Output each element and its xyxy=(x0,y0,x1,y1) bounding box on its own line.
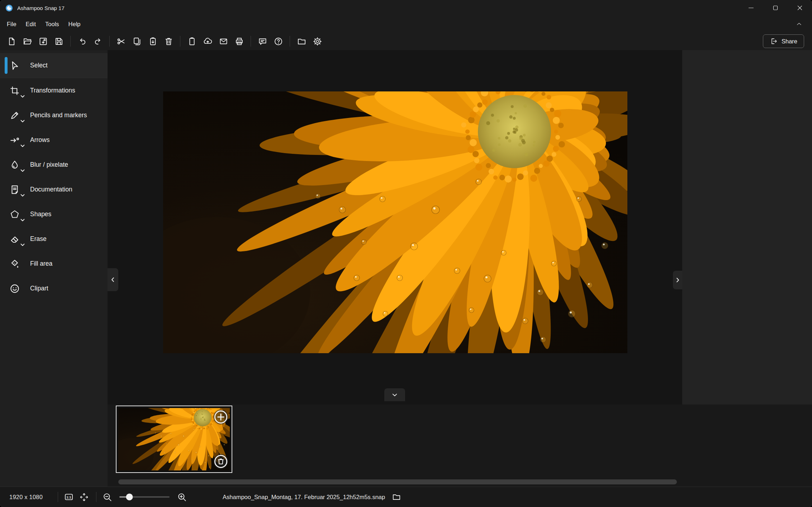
menu-help[interactable]: Help xyxy=(64,19,85,30)
add-capture-button[interactable] xyxy=(213,409,228,425)
email-button[interactable] xyxy=(216,34,231,48)
collapse-thumbnails-tab[interactable] xyxy=(384,388,405,401)
open-file-button[interactable] xyxy=(20,34,34,48)
sidebar-item-clipart[interactable]: Clipart xyxy=(0,276,108,301)
sidebar-item-label: Pencils and markers xyxy=(30,111,87,119)
sidebar-item-label: Select xyxy=(30,61,48,70)
menu-tools[interactable]: Tools xyxy=(41,19,64,30)
menu-file[interactable]: File xyxy=(2,19,21,30)
thumbnail-panel xyxy=(108,404,812,487)
current-filename: Ashampoo_Snap_Montag, 17. Februar 2025_1… xyxy=(223,494,385,501)
delete-capture-button[interactable] xyxy=(213,454,228,469)
settings-button[interactable] xyxy=(310,34,324,48)
zoom-slider[interactable] xyxy=(119,496,170,498)
sidebar-item-fill-area[interactable]: Fill area xyxy=(0,251,108,276)
tool-sidebar: Select Transformations Pencils and marke… xyxy=(0,50,108,487)
sidebar-item-label: Blur / pixelate xyxy=(30,161,68,169)
chevron-down-icon xyxy=(20,243,25,246)
app-logo-icon xyxy=(5,4,13,12)
open-folder-button[interactable] xyxy=(294,34,309,48)
pentagon-icon xyxy=(9,208,21,221)
help-button[interactable] xyxy=(271,34,285,48)
sidebar-item-label: Erase xyxy=(30,235,47,243)
sidebar-item-pencils-and-markers[interactable]: Pencils and markers xyxy=(0,103,108,128)
zoom-in-button[interactable] xyxy=(175,491,188,503)
previous-image-tab[interactable] xyxy=(108,268,118,291)
chevron-down-icon xyxy=(391,392,398,398)
paste-button[interactable] xyxy=(146,34,160,48)
sidebar-item-erase[interactable]: Erase xyxy=(0,227,108,251)
sidebar-item-label: Fill area xyxy=(30,260,52,268)
chevron-down-icon xyxy=(20,169,25,172)
sidebar-item-shapes[interactable]: Shapes xyxy=(0,202,108,227)
cloud-upload-button[interactable] xyxy=(200,34,215,48)
folder-icon xyxy=(392,492,401,502)
document-icon xyxy=(9,184,21,196)
chevron-down-icon xyxy=(20,144,25,147)
droplet-icon xyxy=(9,159,21,171)
new-file-button[interactable] xyxy=(4,34,19,48)
toolbar-separator xyxy=(251,36,251,47)
right-panel xyxy=(682,50,812,404)
zoom-actual-label: 1:1 xyxy=(66,496,71,499)
collapse-ribbon-chevron-up-icon[interactable] xyxy=(796,20,803,28)
move-arrows-icon xyxy=(79,492,89,502)
menu-edit[interactable]: Edit xyxy=(21,19,41,30)
pencil-icon xyxy=(9,109,21,122)
share-button[interactable]: Share xyxy=(763,34,804,48)
redo-button[interactable] xyxy=(91,34,105,48)
sidebar-item-label: Arrows xyxy=(30,136,49,144)
thumbnail-item[interactable] xyxy=(116,406,232,473)
export-image-button[interactable] xyxy=(36,34,50,48)
crop-icon xyxy=(9,85,21,97)
sidebar-item-arrows[interactable]: Arrows xyxy=(0,128,108,152)
magnifier-plus-icon xyxy=(177,492,187,502)
menu-bar: File Edit Tools Help xyxy=(0,16,812,32)
status-bar: 1920 x 1080 1:1 Ashampoo_Snap_Montag, 17… xyxy=(0,487,812,507)
print-button[interactable] xyxy=(232,34,246,48)
zoom-slider-knob[interactable] xyxy=(126,494,133,501)
chevron-down-icon xyxy=(20,194,25,197)
clipboard-button[interactable] xyxy=(185,34,199,48)
sidebar-item-label: Clipart xyxy=(30,284,48,293)
window-title: Ashampoo Snap 17 xyxy=(17,5,65,11)
sidebar-item-select[interactable]: Select xyxy=(0,53,108,78)
close-button[interactable] xyxy=(788,0,812,16)
fill-bucket-icon xyxy=(9,258,21,270)
minimize-button[interactable] xyxy=(739,0,763,16)
chevron-down-icon xyxy=(20,219,25,222)
tool-list: Select Transformations Pencils and marke… xyxy=(0,50,108,301)
edited-image-flower[interactable] xyxy=(163,91,627,353)
sidebar-item-label: Shapes xyxy=(30,210,51,218)
chevron-down-icon xyxy=(20,120,25,123)
zoom-actual-size-button[interactable]: 1:1 xyxy=(62,491,75,503)
maximize-button[interactable] xyxy=(763,0,788,16)
copy-button[interactable] xyxy=(130,34,144,48)
share-button-label: Share xyxy=(782,38,797,45)
feedback-button[interactable] xyxy=(255,34,270,48)
toolbar-separator xyxy=(70,36,71,47)
next-image-tab[interactable] xyxy=(673,271,682,289)
zoom-out-button[interactable] xyxy=(101,491,114,503)
fit-to-window-button[interactable] xyxy=(77,491,90,503)
main-toolbar xyxy=(0,32,812,50)
sidebar-item-blur-pixelate[interactable]: Blur / pixelate xyxy=(0,152,108,177)
undo-button[interactable] xyxy=(75,34,89,48)
sidebar-item-documentation[interactable]: Documentation xyxy=(0,177,108,202)
plus-circle-icon xyxy=(214,410,228,424)
open-file-location-button[interactable] xyxy=(390,491,403,503)
toolbar-separator xyxy=(109,36,110,47)
editor-canvas[interactable] xyxy=(108,50,682,404)
thumbnail-scrollbar[interactable] xyxy=(118,479,677,484)
eraser-icon xyxy=(9,233,21,245)
chevron-down-icon xyxy=(20,95,25,98)
save-button[interactable] xyxy=(52,34,66,48)
chevron-right-icon xyxy=(674,277,681,283)
sidebar-item-transformations[interactable]: Transformations xyxy=(0,78,108,103)
delete-button[interactable] xyxy=(161,34,176,48)
cut-button[interactable] xyxy=(114,34,128,48)
toolbar-separator xyxy=(290,36,290,47)
image-dimensions: 1920 x 1080 xyxy=(9,494,43,501)
window-controls xyxy=(739,0,812,16)
title-bar: Ashampoo Snap 17 xyxy=(0,0,812,16)
